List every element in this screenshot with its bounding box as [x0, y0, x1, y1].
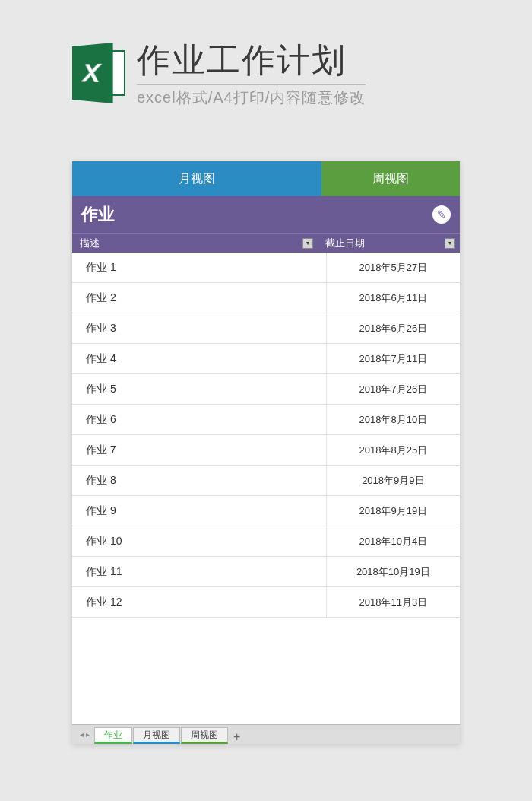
cell-due-date[interactable]: 2018年11月3日	[327, 587, 460, 617]
column-header-description-label: 描述	[80, 237, 100, 250]
cell-description[interactable]: 作业 6	[72, 405, 327, 434]
table-row[interactable]: 作业 102018年10月4日	[72, 526, 460, 557]
page-title: 作业工作计划	[137, 38, 366, 85]
cell-due-date[interactable]: 2018年10月4日	[327, 526, 460, 556]
cell-description[interactable]: 作业 2	[72, 283, 327, 313]
table-row[interactable]: 作业 72018年8月25日	[72, 435, 460, 466]
sheet-tab-month[interactable]: 月视图	[133, 727, 180, 744]
edit-icon[interactable]: ✎	[432, 205, 451, 224]
cell-due-date[interactable]: 2018年5月27日	[327, 253, 460, 282]
sheet-nav-arrows[interactable]: ◂ ▸	[75, 730, 94, 739]
cell-description[interactable]: 作业 9	[72, 496, 327, 526]
cell-due-date[interactable]: 2018年8月25日	[327, 435, 460, 465]
sheet-tabs-bar: ◂ ▸ 作业 月视图 周视图 +	[72, 724, 460, 744]
cell-description[interactable]: 作业 12	[72, 587, 327, 617]
section-header: 作业 ✎	[72, 196, 460, 233]
page-subtitle: excel格式/A4打印/内容随意修改	[137, 87, 366, 108]
filter-icon[interactable]: ▾	[302, 238, 313, 249]
section-title: 作业	[81, 203, 115, 226]
view-tab-month[interactable]: 月视图	[72, 161, 321, 196]
sheet-tab-active[interactable]: 作业	[94, 727, 132, 744]
cell-description[interactable]: 作业 11	[72, 557, 327, 586]
cell-due-date[interactable]: 2018年9月19日	[327, 496, 460, 526]
table-row[interactable]: 作业 82018年9月9日	[72, 466, 460, 496]
add-sheet-button[interactable]: +	[229, 730, 245, 744]
cell-description[interactable]: 作业 8	[72, 466, 327, 495]
excel-icon-letter: X	[72, 43, 113, 103]
view-tabs: 月视图 周视图	[72, 161, 460, 196]
table-body: 作业 12018年5月27日作业 22018年6月11日作业 32018年6月2…	[72, 253, 460, 724]
cell-due-date[interactable]: 2018年7月26日	[327, 374, 460, 404]
table-row[interactable]: 作业 62018年8月10日	[72, 405, 460, 435]
table-row[interactable]: 作业 122018年11月3日	[72, 587, 460, 618]
table-row[interactable]: 作业 92018年9月19日	[72, 496, 460, 526]
cell-due-date[interactable]: 2018年8月10日	[327, 405, 460, 434]
table-row[interactable]: 作业 12018年5月27日	[72, 253, 460, 283]
cell-description[interactable]: 作业 3	[72, 313, 327, 343]
column-header-description[interactable]: 描述 ▾	[72, 234, 318, 253]
cell-due-date[interactable]: 2018年7月11日	[327, 344, 460, 373]
column-header-due-date-label: 截止日期	[325, 237, 365, 250]
column-header-due-date[interactable]: 截止日期 ▾	[318, 234, 460, 253]
cell-due-date[interactable]: 2018年6月26日	[327, 313, 460, 343]
table-row[interactable]: 作业 22018年6月11日	[72, 283, 460, 313]
cell-description[interactable]: 作业 7	[72, 435, 327, 465]
page-header: X 作业工作计划 excel格式/A4打印/内容随意修改	[0, 0, 532, 108]
view-tab-week[interactable]: 周视图	[321, 161, 460, 196]
spreadsheet-container: 月视图 周视图 作业 ✎ 描述 ▾ 截止日期 ▾ 作业 12018年5月27日作…	[72, 161, 460, 744]
cell-due-date[interactable]: 2018年9月9日	[327, 466, 460, 495]
cell-description[interactable]: 作业 1	[72, 253, 327, 282]
column-headers: 描述 ▾ 截止日期 ▾	[72, 233, 460, 253]
sheet-tab-week[interactable]: 周视图	[181, 727, 228, 744]
cell-due-date[interactable]: 2018年6月11日	[327, 283, 460, 313]
filter-icon[interactable]: ▾	[445, 238, 455, 249]
cell-due-date[interactable]: 2018年10月19日	[327, 557, 460, 586]
table-row[interactable]: 作业 32018年6月26日	[72, 313, 460, 344]
table-row[interactable]: 作业 42018年7月11日	[72, 344, 460, 374]
table-row[interactable]: 作业 112018年10月19日	[72, 557, 460, 587]
cell-description[interactable]: 作业 4	[72, 344, 327, 373]
cell-description[interactable]: 作业 10	[72, 526, 327, 556]
cell-description[interactable]: 作业 5	[72, 374, 327, 404]
table-row[interactable]: 作业 52018年7月26日	[72, 374, 460, 405]
excel-icon: X	[72, 46, 125, 100]
